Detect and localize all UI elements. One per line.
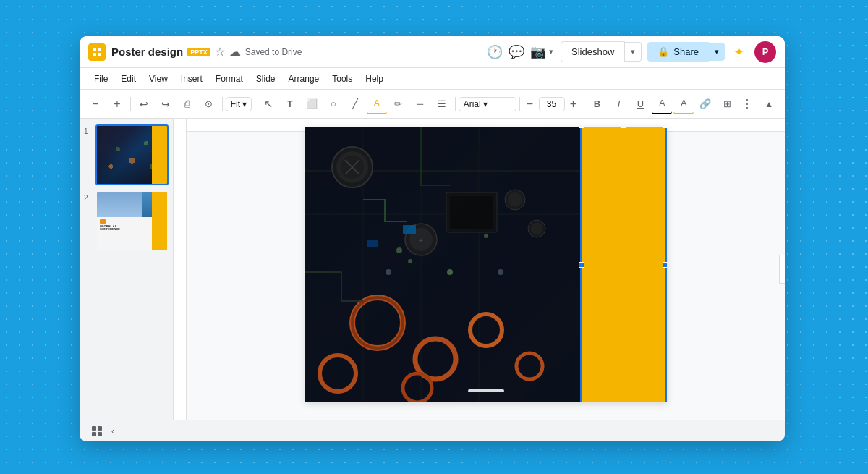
svg-point-26 — [508, 192, 522, 207]
svg-rect-41 — [92, 432, 96, 436]
slide-num-2: 2 — [84, 191, 93, 202]
cursor-button[interactable]: ↖ — [258, 94, 278, 114]
svg-rect-3 — [98, 53, 101, 56]
menu-help[interactable]: Help — [359, 72, 389, 86]
align-button[interactable]: ☰ — [432, 94, 452, 114]
slide-canvas[interactable]: + — [187, 132, 785, 398]
slide-content: + — [305, 127, 667, 402]
camera-chevron[interactable]: ▾ — [549, 47, 553, 56]
toolbar-divider-5 — [519, 97, 520, 111]
font-name-select[interactable]: Arial ▾ — [459, 97, 516, 111]
svg-point-30 — [408, 259, 412, 263]
font-size-decrease[interactable]: − — [523, 94, 537, 114]
link-button[interactable]: 🔗 — [695, 94, 715, 114]
zoom-in-button[interactable]: + — [107, 94, 127, 114]
fill-color-button[interactable]: A — [367, 94, 387, 114]
ruler-left — [174, 119, 187, 420]
camera-icon[interactable]: 📷 — [530, 44, 546, 60]
svg-point-34 — [498, 269, 503, 275]
slide-panel: 1 2 — [80, 119, 174, 420]
toolbar: − + ↩ ↪ ⎙ ⊙ Fit ▾ ↖ T ⬜ ○ ╱ A ✏ ─ ☰ Aria… — [80, 90, 785, 119]
grid-view-button[interactable] — [88, 423, 106, 440]
text-button[interactable]: T — [280, 94, 300, 114]
pcb-background: + — [305, 127, 580, 402]
zoom-select[interactable]: Fit ▾ — [226, 97, 252, 111]
slideshow-dropdown-button[interactable]: ▾ — [625, 42, 642, 62]
text-color-button[interactable]: A — [652, 94, 672, 114]
underline-button[interactable]: U — [630, 94, 650, 114]
main-content: 1 2 — [80, 119, 785, 420]
menu-format[interactable]: Format — [210, 72, 249, 86]
slide-thumb-1[interactable]: 1 — [84, 124, 169, 185]
menu-arrange[interactable]: Arrange — [283, 72, 326, 86]
shape-button[interactable]: ○ — [323, 94, 344, 114]
panel-collapse-button[interactable]: ‹ — [106, 424, 120, 439]
doc-title: Poster design — [111, 46, 183, 58]
zoom-out-button[interactable]: − — [85, 94, 106, 114]
svg-point-33 — [484, 234, 488, 238]
menu-bar: File Edit View Insert Format Slide Arran… — [80, 68, 785, 90]
toolbar-more-button[interactable]: ⋮ — [739, 96, 756, 113]
svg-rect-1 — [98, 48, 101, 51]
avatar[interactable]: P — [754, 41, 776, 63]
toolbar-collapse-button[interactable]: ▲ — [759, 94, 779, 114]
highlight-button[interactable]: A — [673, 94, 694, 114]
share-button[interactable]: 🔒 Share — [647, 42, 709, 62]
comment-icon[interactable]: 💬 — [509, 44, 524, 60]
svg-rect-0 — [93, 48, 96, 51]
menu-insert[interactable]: Insert — [175, 72, 208, 86]
menu-file[interactable]: File — [88, 72, 114, 86]
thumb2-container: GLOBAL AI CONFERENCE — [97, 192, 167, 250]
image-button[interactable]: ⬜ — [302, 94, 322, 114]
bold-button[interactable]: B — [587, 94, 608, 114]
svg-point-28 — [531, 223, 542, 234]
star-icon[interactable]: ☆ — [215, 45, 225, 59]
thumb2-yellow — [152, 192, 167, 250]
svg-text:+: + — [419, 237, 423, 245]
font-size-input[interactable] — [539, 97, 565, 111]
svg-point-31 — [386, 269, 391, 275]
menu-view[interactable]: View — [143, 72, 174, 86]
toolbar-divider-3 — [255, 97, 255, 111]
menu-edit[interactable]: Edit — [115, 72, 142, 86]
toolbar-divider-2 — [222, 97, 223, 111]
italic-button[interactable]: I — [608, 94, 629, 114]
spark-icon[interactable]: ✦ — [729, 41, 749, 63]
share-dropdown-button[interactable]: ▾ — [709, 43, 725, 61]
title-icons: ☆ ☁ — [215, 45, 241, 59]
editor-area: + — [174, 119, 785, 420]
right-panel-toggle[interactable]: › — [779, 255, 785, 284]
slide-thumb-2[interactable]: 2 GLOBAL AI CONFERENCE — [84, 191, 169, 252]
history-icon[interactable]: 🕐 — [487, 44, 503, 60]
line-style-button[interactable]: ─ — [410, 94, 430, 114]
font-size-increase[interactable]: + — [566, 94, 581, 114]
slideshow-button[interactable]: Slideshow — [561, 41, 625, 62]
thumb1-yellow — [152, 126, 167, 184]
slide-scrollbar[interactable] — [468, 389, 504, 392]
thumb1-container — [97, 126, 167, 184]
menu-slide[interactable]: Slide — [250, 72, 281, 86]
slide-thumbnail-1[interactable] — [95, 124, 169, 185]
svg-rect-42 — [98, 432, 102, 436]
slide-thumbnail-2[interactable]: GLOBAL AI CONFERENCE — [95, 191, 169, 252]
svg-point-29 — [396, 247, 402, 253]
bottom-panel: ‹ — [80, 420, 785, 441]
toolbar-divider-1 — [130, 97, 131, 111]
paintbucket-button[interactable]: ⊙ — [199, 94, 219, 114]
svg-rect-2 — [93, 53, 96, 56]
undo-button[interactable]: ↩ — [134, 94, 154, 114]
toolbar-divider-4 — [455, 97, 456, 111]
insert-link-button[interactable]: ⊞ — [717, 94, 737, 114]
slide-num-1: 1 — [84, 124, 93, 135]
pen-button[interactable]: ✏ — [388, 94, 409, 114]
line-button[interactable]: ╱ — [345, 94, 365, 114]
print-button[interactable]: ⎙ — [177, 94, 197, 114]
font-size-area: − + — [523, 94, 581, 114]
redo-button[interactable]: ↪ — [156, 94, 176, 114]
svg-rect-36 — [367, 240, 378, 247]
thumb2-icon — [100, 219, 106, 224]
menu-tools[interactable]: Tools — [326, 72, 358, 86]
toolbar-divider-6 — [584, 97, 584, 111]
yellow-rectangle[interactable] — [580, 127, 667, 402]
lock-icon: 🔒 — [658, 46, 669, 57]
